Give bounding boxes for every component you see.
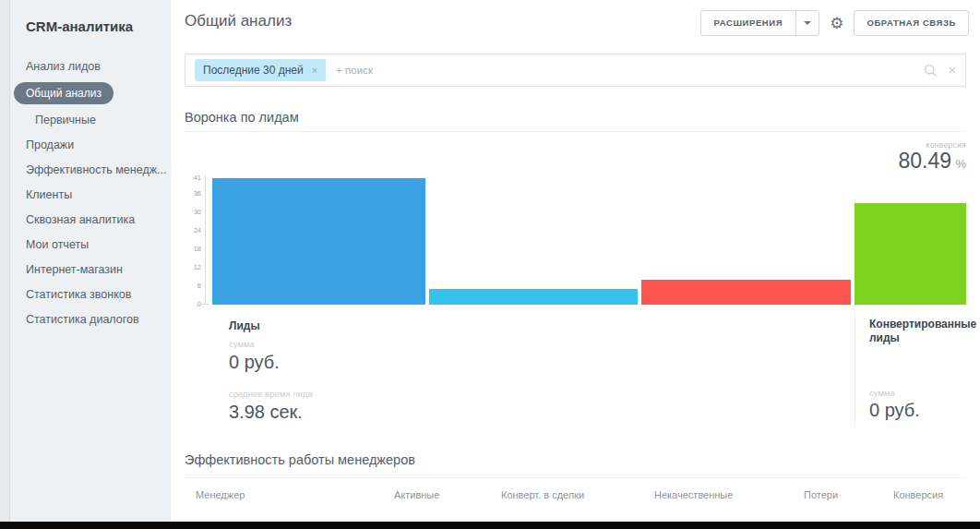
- table-column-header-4[interactable]: Потери: [804, 489, 893, 500]
- sidebar-item-3[interactable]: Продажи: [26, 138, 161, 152]
- leads-avg-time-value: 3.98 сек.: [229, 402, 313, 423]
- sidebar-item-label: Мои отчеты: [26, 238, 89, 251]
- page-title: Общий анализ: [185, 12, 292, 30]
- y-axis-tick-label: 24: [194, 227, 201, 234]
- converted-sum-value: 0 руб.: [869, 400, 920, 421]
- sidebar-item-label: Статистика звонков: [26, 288, 131, 301]
- funnel-section-title: Воронка по лидам: [185, 110, 299, 125]
- sidebar-item-8[interactable]: Интернет-магазин: [26, 262, 161, 277]
- table-column-header-1[interactable]: Активные: [394, 489, 501, 500]
- table-column-header-2[interactable]: Конверт. в сделки: [501, 489, 654, 500]
- sidebar-item-1[interactable]: Общий анализ: [14, 82, 161, 104]
- y-axis: 41363024181260: [185, 175, 201, 305]
- extensions-dropdown-button[interactable]: [795, 11, 819, 35]
- chip-remove-icon[interactable]: ×: [312, 65, 317, 76]
- converted-sum-label: сумма: [869, 388, 895, 398]
- funnel-bar-3[interactable]: [641, 280, 851, 305]
- table-column-header-0[interactable]: Менеджер: [196, 489, 394, 500]
- funnel-bar-2[interactable]: [429, 289, 637, 305]
- section-divider: [185, 131, 966, 132]
- sidebar-item-label: Общий анализ: [14, 82, 114, 104]
- chevron-down-icon: [804, 21, 811, 25]
- funnel-bar-1[interactable]: [212, 178, 425, 305]
- table-column-header-5[interactable]: Конверсия: [893, 489, 966, 500]
- x-axis-line: [197, 304, 209, 305]
- sidebar-item-10[interactable]: Статистика диалогов: [26, 312, 161, 327]
- sidebar-item-label: Интернет-магазин: [26, 263, 123, 276]
- sidebar-item-label: Анализ лидов: [26, 60, 101, 73]
- converted-leads-title: Конвертированные лиды: [869, 318, 969, 345]
- conversion-value: 80.49: [898, 149, 951, 173]
- screen-edge-bar: [0, 522, 980, 529]
- sidebar-item-2[interactable]: Первичные: [26, 113, 161, 127]
- leads-avg-time-label: среднее время лида: [229, 389, 313, 399]
- conversion-block: конверсия 80.49 %: [898, 140, 966, 173]
- sidebar-item-0[interactable]: Анализ лидов: [26, 59, 161, 74]
- filter-chip-label: Последние 30 дней: [203, 64, 304, 77]
- feedback-button[interactable]: ОБРАТНАЯ СВЯЗЬ: [854, 10, 969, 36]
- app-title: CRM-аналитика: [26, 18, 161, 34]
- y-axis-tick-label: 30: [194, 209, 201, 215]
- leads-sum-label: сумма: [229, 339, 313, 349]
- stats-divider: [855, 312, 855, 427]
- crm-analytics-screen: CRM-аналитика Анализ лидовОбщий анализПе…: [0, 0, 980, 529]
- header-buttons: РАСШИРЕНИЯ ⚙ ОБРАТНАЯ СВЯЗЬ: [700, 10, 969, 36]
- sidebar: CRM-аналитика Анализ лидовОбщий анализПе…: [10, 0, 171, 522]
- y-axis-tick-label: 6: [197, 283, 201, 289]
- sidebar-item-7[interactable]: Мои отчеты: [26, 237, 161, 252]
- search-input[interactable]: + поиск: [336, 65, 924, 76]
- filter-chip-period[interactable]: Последние 30 дней ×: [195, 59, 326, 81]
- sidebar-item-label: Статистика диалогов: [26, 313, 139, 326]
- y-axis-tick-label: 12: [194, 264, 201, 271]
- filter-search-bar[interactable]: Последние 30 дней × + поиск ×: [185, 54, 966, 87]
- page-header: Общий анализ РАСШИРЕНИЯ ⚙ ОБРАТНАЯ СВЯЗЬ: [171, 0, 980, 44]
- y-axis-tick-label: 41: [194, 174, 201, 181]
- filter-icons: ×: [924, 64, 956, 78]
- leads-stats-block: Лиды сумма 0 руб. среднее время лида 3.9…: [229, 319, 313, 423]
- filter-clear-icon[interactable]: ×: [949, 64, 956, 77]
- sidebar-item-label: Продажи: [26, 138, 74, 151]
- sidebar-item-label: Эффективность менедж...: [26, 163, 166, 176]
- y-axis-tick-label: 18: [194, 246, 201, 252]
- leads-sum-value: 0 руб.: [229, 352, 313, 373]
- converted-leads-stats-block: Конвертированные лиды сумма 0 руб.: [869, 318, 969, 345]
- sidebar-item-6[interactable]: Сквозная аналитика: [26, 212, 161, 227]
- managers-section-title: Эффективность работы менеджеров: [185, 452, 415, 467]
- funnel-bar-4[interactable]: [855, 203, 966, 305]
- managers-table-header: МенеджерАктивныеКонверт. в сделкиНекачес…: [196, 489, 966, 500]
- sidebar-menu: Анализ лидовОбщий анализПервичныеПродажи…: [26, 59, 161, 327]
- search-icon[interactable]: [924, 64, 938, 78]
- managers-divider: [185, 477, 966, 478]
- table-column-header-3[interactable]: Некачественные: [654, 489, 804, 500]
- sidebar-item-9[interactable]: Статистика звонков: [26, 287, 161, 302]
- sidebar-item-label: Клиенты: [26, 188, 72, 201]
- y-axis-line: [205, 175, 206, 305]
- sidebar-item-label: Сквозная аналитика: [26, 213, 135, 226]
- gear-icon[interactable]: ⚙: [830, 11, 843, 35]
- extensions-button-group: РАСШИРЕНИЯ: [700, 10, 820, 36]
- extensions-button[interactable]: РАСШИРЕНИЯ: [701, 11, 796, 35]
- sidebar-item-4[interactable]: Эффективность менедж...: [26, 162, 161, 177]
- funnel-bars: [212, 175, 966, 305]
- sidebar-item-5[interactable]: Клиенты: [26, 187, 161, 202]
- y-axis-tick-label: 36: [194, 190, 201, 197]
- window-edge-strip: [0, 0, 10, 522]
- conversion-unit: %: [955, 157, 966, 171]
- lead-funnel-chart: 41363024181260: [185, 175, 966, 305]
- leads-stats-title: Лиды: [229, 319, 313, 332]
- sidebar-item-label: Первичные: [35, 114, 96, 126]
